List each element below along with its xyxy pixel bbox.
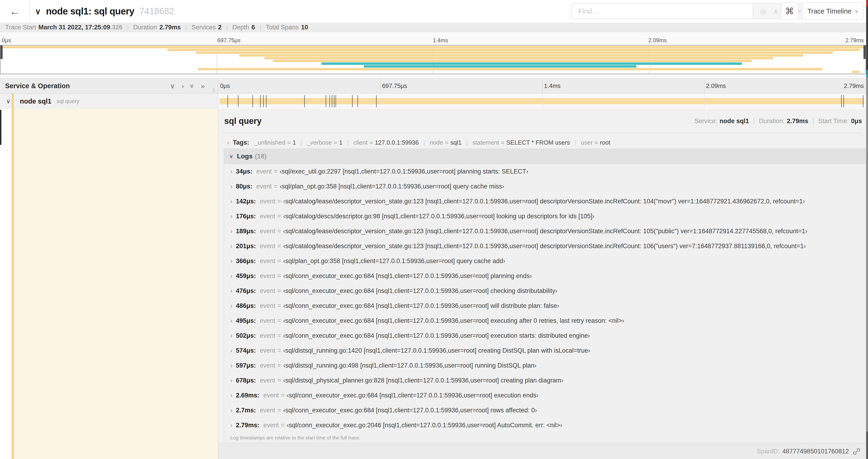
log-row[interactable]: ›486μs:event=‹sql/conn_executor_exec.go:… [224,298,866,313]
log-row[interactable]: ›142μs:event=‹sql/catalog/lease/descript… [224,194,866,209]
log-event-marker[interactable] [227,95,228,107]
minimap-tick-label: 697.75μs [217,37,241,44]
stat-value: 6 [251,24,255,31]
find-input[interactable] [571,3,753,19]
log-row[interactable]: ›495μs:event=‹sql/conn_executor_exec.go:… [224,313,866,328]
tags-expand-icon[interactable]: › [227,139,229,146]
log-equals: = [277,228,281,235]
log-row[interactable]: ›176μs:event=‹sql/catalog/descs/descript… [224,209,866,224]
left-scrollbar-thumb[interactable] [0,110,1,145]
column-resize-grip[interactable]: ‖ [213,88,215,94]
log-row[interactable]: ›201μs:event=‹sql/catalog/lease/descript… [224,239,866,254]
log-expand-icon[interactable]: › [230,362,232,369]
expand-one-icon[interactable]: › [182,83,184,90]
log-equals: = [281,392,285,399]
log-event-marker[interactable] [238,95,239,107]
log-event-marker[interactable] [260,95,260,107]
log-event-marker[interactable] [376,95,377,107]
trace-timeline-dropdown[interactable]: Trace Timeline ∨ [802,2,863,20]
log-event-marker[interactable] [304,95,305,107]
meta-label: Service: [694,118,717,125]
log-expand-icon[interactable]: › [230,168,232,175]
log-event-marker[interactable] [841,95,842,107]
log-row[interactable]: ›2.69ms:event=‹sql/conn_executor_exec.go… [224,388,866,403]
log-row[interactable]: ›2.79ms:event=‹sql/conn_executor_exec.go… [224,418,866,433]
span-row: ∨ node sql1 sql query [0,94,866,109]
log-event-marker[interactable] [334,95,334,107]
span-duration-bar[interactable] [220,98,864,104]
log-expand-icon[interactable]: › [230,183,232,190]
log-field-value: ‹sql/distsql_physical_planner.go:828 [ns… [283,377,563,384]
log-expand-icon[interactable]: › [230,242,232,250]
span-row-name-cell[interactable]: ∨ node sql1 sql query [0,94,218,109]
collapse-trace-icon[interactable]: ∨ [35,7,41,16]
keyboard-shortcuts-button[interactable]: ⌘ [781,2,799,20]
minimap-span-bar [198,68,822,70]
log-expand-icon[interactable]: › [230,258,232,265]
log-expand-icon[interactable]: › [230,302,232,309]
log-expand-icon[interactable]: › [230,422,232,429]
log-expand-icon[interactable]: › [230,347,232,354]
log-field-value: ‹sql/distsql_running.go:498 [nsql1,clien… [283,362,536,369]
log-expand-icon[interactable]: › [230,272,232,280]
trace-id: 7418682 [140,6,174,16]
log-expand-icon[interactable]: › [230,332,232,339]
log-event-marker[interactable] [252,95,253,107]
span-bar-track[interactable] [218,94,866,109]
collapse-one-icon[interactable]: ∨ [170,83,175,90]
log-timestamp: 2.7ms: [236,407,256,414]
span-collapse-icon[interactable]: ∨ [6,98,10,105]
log-event-marker[interactable] [843,95,844,107]
log-expand-icon[interactable]: › [230,213,232,220]
log-expand-icon[interactable]: › [230,377,232,384]
prev-match-icon[interactable]: ∧ [773,7,778,15]
logs-header[interactable]: ∨ Logs (18) [224,149,866,164]
log-equals: = [277,302,281,309]
log-event-marker[interactable] [330,95,330,107]
log-event-marker[interactable] [336,95,336,107]
log-row[interactable]: ›34μs:event=‹sql/exec_util.go:2297 [nsql… [224,164,866,179]
log-expand-icon[interactable]: › [230,407,232,414]
log-row[interactable]: ›502μs:event=‹sql/conn_executor_exec.go:… [224,328,866,343]
log-row[interactable]: ›678μs:event=‹sql/distsql_physical_plann… [224,373,866,388]
log-field-key: event [264,392,279,399]
log-row[interactable]: ›2.7ms:event=‹sql/conn_executor_exec.go:… [224,403,866,418]
span-service-name[interactable]: node sql1 [20,97,51,105]
log-event-marker[interactable] [863,95,863,107]
link-icon[interactable] [852,448,861,456]
log-row[interactable]: ›597μs:event=‹sql/distsql_running.go:498… [224,358,866,373]
logs-collapse-icon[interactable]: ∨ [229,153,233,160]
log-expand-icon[interactable]: › [230,317,232,324]
log-event-marker[interactable] [263,95,264,107]
log-timestamp: 678μs: [236,377,256,384]
log-row[interactable]: ›476μs:event=‹sql/conn_executor_exec.go:… [224,283,866,298]
log-expand-icon[interactable]: › [230,287,232,295]
stat-label: Trace Start [5,24,36,31]
log-row[interactable]: ›80μs:event=‹sql/plan_opt.go:358 [nsql1,… [224,179,866,194]
tag-equals: = [445,139,448,146]
log-event-marker[interactable] [352,95,352,107]
log-row[interactable]: ›459μs:event=‹sql/conn_executor_exec.go:… [224,268,866,283]
log-row[interactable]: ›189μs:event=‹sql/catalog/lease/descript… [224,224,866,239]
log-expand-icon[interactable]: › [230,228,232,235]
trace-timeline-label: Trace Timeline [807,7,851,15]
log-row[interactable]: ›574μs:event=‹sql/distsql_running.go:142… [224,343,866,358]
log-row[interactable]: ›366μs:event=‹sql/plan_opt.go:358 [nsql1… [224,254,866,268]
back-button[interactable]: ← [0,0,30,23]
log-expand-icon[interactable]: › [230,392,232,399]
log-event-marker[interactable] [358,95,358,107]
tags-row[interactable]: › Tags: _unfinished=1|_verbose=1|client=… [227,136,611,149]
collapse-all-icon[interactable]: » [189,84,196,88]
meta-value: 2.79ms [787,118,808,125]
ruler-divider [542,78,542,93]
locate-icon[interactable]: ◎ [760,7,766,15]
log-event-marker[interactable] [332,95,332,107]
edge-red-mark [866,0,868,6]
timeline-minimap[interactable] [0,45,866,74]
log-timestamp: 597μs: [236,362,256,369]
log-event-marker[interactable] [266,95,267,107]
log-event-marker[interactable] [326,95,326,107]
log-expand-icon[interactable]: › [230,198,232,205]
tag-separator: | [575,139,576,146]
expand-all-icon[interactable]: » [201,83,205,90]
